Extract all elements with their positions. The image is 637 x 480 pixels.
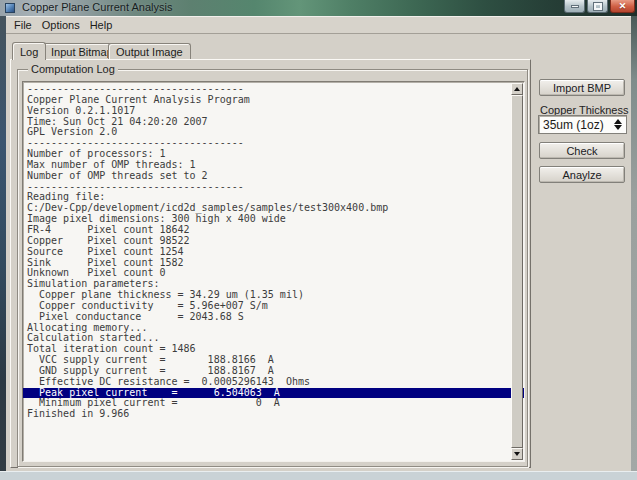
copper-thickness-value: 35um (1oz) (543, 118, 604, 132)
scroll-up-button[interactable] (511, 83, 523, 95)
check-button[interactable]: Check (539, 142, 625, 159)
scroll-down-button[interactable] (511, 448, 523, 460)
window-title: Copper Plane Current Analysis (22, 1, 172, 13)
window-border-right (631, 16, 637, 471)
scrollbar-thumb[interactable] (511, 95, 523, 448)
menu-item-options[interactable]: Options (37, 17, 85, 33)
computation-log-groupbox: Computation Log ------------------------… (17, 69, 528, 467)
log-lines-before: ------------------------------------ Cop… (23, 82, 524, 388)
titlebar: Copper Plane Current Analysis (0, 0, 637, 16)
tab-content-panel: Computation Log ------------------------… (10, 59, 531, 468)
client-area: File Options Help Log Input Bitmap Outpu… (6, 16, 631, 471)
close-icon: ✕ (619, 2, 627, 11)
log-text-area[interactable]: ------------------------------------ Cop… (22, 81, 525, 462)
log-lines-after: Minimum pixel current = 0 A Finished in … (23, 398, 524, 420)
triangle-up-icon (514, 87, 520, 91)
computation-log-title: Computation Log (28, 63, 118, 75)
minimize-button[interactable] (564, 0, 585, 13)
maximize-icon (594, 3, 602, 10)
tab-log[interactable]: Log (12, 42, 46, 60)
dropdown-arrows-icon (614, 119, 622, 130)
app-window: Copper Plane Current Analysis ✕ File Opt… (0, 0, 637, 480)
close-button[interactable]: ✕ (610, 0, 635, 13)
menu-item-file[interactable]: File (9, 17, 37, 33)
tab-output-image[interactable]: Output Image (108, 43, 191, 59)
minimize-icon (571, 5, 579, 8)
app-icon (5, 3, 15, 13)
maximize-button[interactable] (587, 0, 608, 13)
menubar: File Options Help (6, 16, 631, 34)
import-bmp-button[interactable]: Import BMP (539, 79, 625, 96)
copper-thickness-select[interactable]: 35um (1oz) (538, 115, 627, 134)
menu-item-help[interactable]: Help (85, 17, 118, 33)
triangle-down-icon (514, 452, 520, 456)
log-scrollbar[interactable] (511, 83, 523, 460)
window-border-bottom (0, 471, 637, 480)
analyze-button[interactable]: Anaylze (539, 166, 625, 183)
